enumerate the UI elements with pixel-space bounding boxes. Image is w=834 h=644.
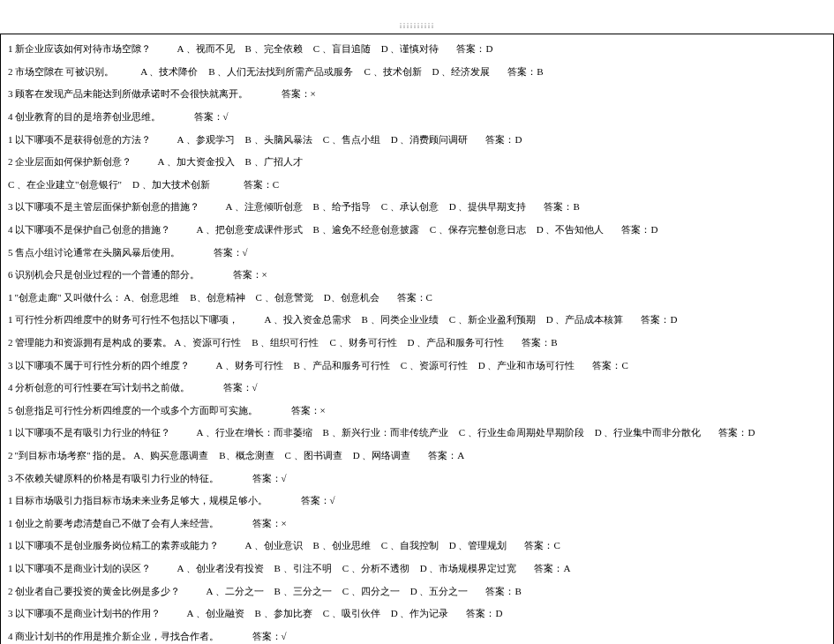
- answer-label: 答案：: [223, 381, 252, 394]
- truefalse-line: 1创业之前要考虑清楚自己不做了会有人来经营。答案：×: [8, 512, 826, 535]
- answer-value: A: [457, 450, 464, 461]
- truefalse-line: 5售点小组讨论通常在头脑风暴后使用。答案：√: [8, 241, 826, 264]
- truefalse-line: 4创业教育的目的是培养创业思维。答案：√: [8, 106, 826, 129]
- question-number: 1: [8, 563, 13, 573]
- option: C 、保存完整创意日志: [430, 223, 526, 236]
- answer-value: D: [748, 427, 755, 438]
- question-line: 1"创意走廊" 又叫做什么：A、创意思维B、创意精神C 、创意警觉D、创意机会答…: [8, 287, 826, 310]
- answer-value: B: [537, 66, 543, 77]
- question-number: 2: [8, 66, 13, 77]
- answer-label: 答案：: [718, 426, 748, 439]
- answer-value: √: [243, 247, 248, 258]
- option: D 、谨慎对待: [381, 42, 440, 56]
- question-text: 创业者自己要投资的黄金比例是多少？: [15, 585, 180, 598]
- answer-label: 答案：: [456, 42, 485, 56]
- answer-label: 答案：: [252, 517, 282, 530]
- answer-label: 答案：: [522, 336, 551, 349]
- option: A 、行业在增长：而非萎缩: [197, 426, 312, 439]
- question-number: 3: [8, 201, 13, 212]
- option: D 、作为记录: [391, 607, 449, 620]
- truefalse-line: 4分析创意的可行性要在写计划书之前做。答案：√: [8, 377, 826, 400]
- document-content: 1新企业应该如何对待市场空隙？A 、视而不见B 、完全依赖C 、盲目追随D 、谨…: [0, 34, 834, 644]
- answer-value: C: [553, 540, 560, 550]
- answer-value: B: [551, 337, 557, 348]
- question-text: 创业之前要考虑清楚自己不做了会有人来经营。: [15, 517, 219, 530]
- option: B 、三分之一: [274, 585, 332, 598]
- option: C 、资源可行性: [401, 359, 468, 372]
- option: A 、创业意识: [245, 539, 303, 552]
- question-line: 3以下哪项不是主管层面保护新创意的措施？A 、注意倾听创意B 、给予指导C 、承…: [8, 196, 826, 219]
- option: B 、同类企业业绩: [362, 313, 439, 326]
- question-text: 新企业应该如何对待市场空隙？: [15, 42, 151, 56]
- question-number: 1: [8, 427, 13, 438]
- answer-value: √: [330, 495, 335, 505]
- question-text: 创业教育的目的是培养创业思维。: [15, 110, 161, 124]
- question-line: 4以下哪项不是保护自己创意的措施？A 、把创意变成课件形式B 、逾免不经意创意披…: [8, 219, 826, 242]
- option: C 、技术创新: [364, 65, 421, 79]
- answer-value: √: [252, 382, 258, 393]
- question-text: 以下哪项不是商业计划的误区？: [15, 562, 151, 575]
- option: C 、吸引伙伴: [323, 607, 380, 620]
- question-line: 2"到目标市场考察" 指的是。A、购买意愿调查B、概念测查C 、图书调查D 、网…: [8, 445, 826, 468]
- question-text: 顾客在发现产品未能达到所做承诺时不会很快就离开。: [15, 87, 248, 101]
- question-text: 商业计划书的作用是推介新企业，寻找合作者。: [15, 630, 219, 643]
- answer-value: ×: [320, 405, 326, 416]
- question-number: 3: [8, 88, 13, 99]
- truefalse-line: 4商业计划书的作用是推介新企业，寻找合作者。答案：√: [8, 625, 826, 644]
- answer-value: C: [426, 292, 432, 303]
- question-line: 2市场空隙在 可被识别。A 、技术降价B 、人们无法找到所需产品或服务C 、技术…: [8, 61, 826, 84]
- answer-value: ×: [282, 518, 287, 528]
- question-text: 以下哪项不是有吸引力行业的特征？: [15, 426, 170, 439]
- option: D 、网络调查: [353, 449, 411, 462]
- question-text: 企业层面如何保护新创意？: [15, 155, 131, 168]
- option: A 、把创意变成课件形式: [197, 223, 303, 236]
- option: C 、盲目追随: [313, 42, 371, 56]
- question-number: 2: [8, 156, 13, 167]
- option: B 、完全依赖: [245, 42, 303, 56]
- option: D 、管理规划: [449, 539, 507, 552]
- option: A 、加大资金投入: [158, 155, 235, 168]
- option: B 、新兴行业：而非传统产业: [323, 426, 448, 439]
- answer-label: 答案：: [252, 472, 282, 485]
- truefalse-line: 1目标市场吸引力指目标市场未来业务足够大，规模足够小。答案：√: [8, 490, 826, 513]
- answer-label: 答案：: [244, 178, 273, 191]
- question-number: 3: [8, 608, 13, 618]
- answer-label: 答案：: [485, 133, 515, 146]
- answer-value: C: [273, 179, 279, 190]
- answer-value: B: [573, 201, 579, 212]
- question-number: 4: [8, 111, 13, 122]
- question-line: 1可行性分析四维度中的财务可行性不包括以下哪项，A 、投入资金总需求B 、同类企…: [8, 309, 826, 332]
- answer-value: √: [282, 473, 287, 483]
- answer-value: √: [223, 111, 229, 122]
- question-text: 可行性分析四维度中的财务可行性不包括以下哪项，: [15, 313, 238, 326]
- option: C 、四分之一: [342, 585, 400, 598]
- option: D 、市场规模界定过宽: [420, 562, 517, 575]
- option: A 、技术降价: [140, 65, 198, 79]
- option: B 、组织可行性: [252, 336, 319, 349]
- answer-value: D: [515, 134, 522, 145]
- answer-value: D: [495, 608, 502, 618]
- answer-label: 答案：: [291, 404, 320, 417]
- option: A、购买意愿调查: [133, 449, 208, 462]
- option: A 、财务可行性: [216, 359, 283, 372]
- question-number: 1: [8, 518, 13, 528]
- option: D 、不告知他人: [537, 223, 605, 236]
- option: D 、五分之一: [410, 585, 469, 598]
- option: D 、经济发展: [432, 65, 491, 79]
- answer-value: √: [282, 631, 287, 641]
- option: B、创意精神: [190, 291, 244, 304]
- answer-label: 答案：: [507, 65, 537, 79]
- truefalse-line: 3顾客在发现产品未能达到所做承诺时不会很快就离开。答案：×: [8, 83, 826, 106]
- question-number: 1: [8, 292, 13, 303]
- option: B 、给予指导: [313, 200, 371, 213]
- question-text: 目标市场吸引力指目标市场未来业务足够大，规模足够小。: [15, 494, 267, 507]
- answer-label: 答案：: [214, 246, 243, 259]
- option: D、创意机会: [324, 291, 379, 304]
- answer-value: ×: [311, 88, 316, 99]
- question-number: 2: [8, 337, 13, 348]
- question-line-cont: C 、在企业建立"创意银行"D 、加大技术创新答案：C: [8, 174, 826, 197]
- option: A 、创业者没有投资: [177, 562, 264, 575]
- answer-label: 答案：: [282, 87, 311, 101]
- question-text: 以下哪项不是主管层面保护新创意的措施？: [15, 200, 199, 213]
- option: A 、参观学习: [177, 133, 235, 146]
